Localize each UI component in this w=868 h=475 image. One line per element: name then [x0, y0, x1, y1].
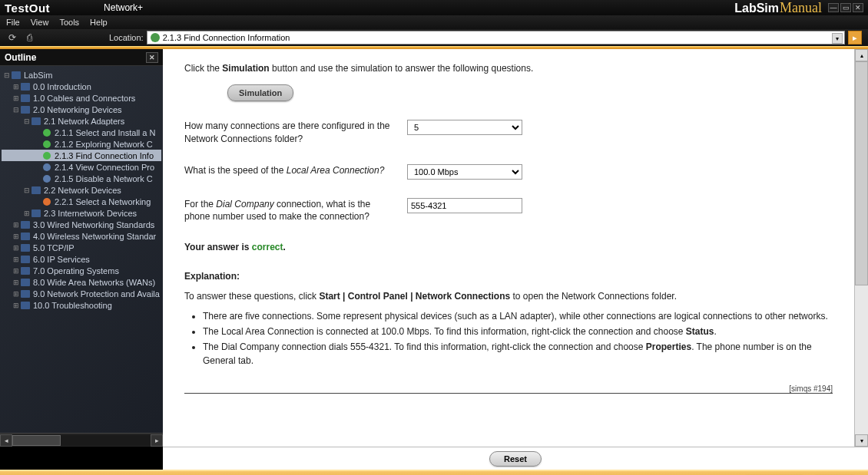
tree-item[interactable]: ⊞0.0 Introduction [2, 81, 161, 92]
content-vscrollbar[interactable]: ▴ ▾ [854, 49, 868, 447]
menu-file[interactable]: File [6, 18, 20, 27]
maximize-button[interactable]: ▭ [840, 3, 851, 12]
expander-icon[interactable]: ⊞ [12, 267, 20, 275]
toolbar: ⟳ ⎙ Location: 2.1.3 Find Connection Info… [0, 29, 868, 46]
explanation-bullet: The Local Area Connection is connected a… [203, 325, 833, 338]
question-1-select[interactable]: 5 [407, 120, 522, 135]
tree-item-label: 2.0 Networking Devices [33, 105, 122, 114]
book-icon [20, 255, 31, 264]
topic-icon [41, 128, 52, 137]
expander-icon[interactable]: ⊟ [12, 106, 20, 114]
expander-icon[interactable]: ⊞ [12, 279, 20, 286]
book-icon [20, 266, 31, 275]
sidebar-close-icon[interactable]: ✕ [146, 52, 158, 63]
book-icon [20, 94, 31, 103]
tree-item[interactable]: ⊟2.2 Network Devices [2, 184, 161, 196]
tree-item-label: 2.1.1 Select and Install a N [55, 128, 155, 137]
expander-icon[interactable]: ⊞ [12, 256, 20, 263]
menu-help[interactable]: Help [90, 18, 108, 27]
menu-view[interactable]: View [31, 18, 49, 27]
tree-item[interactable]: ⊟2.1 Network Adapters [2, 115, 161, 127]
explanation-bullets: There are five connections. Some represe… [203, 309, 833, 368]
question-2: What is the speed of the Local Area Conn… [184, 164, 833, 180]
tree-item-label: 2.1 Network Adapters [44, 117, 124, 126]
topic-icon [41, 163, 52, 172]
tree-item[interactable]: ⊞2.3 Internetwork Devices [2, 207, 161, 219]
question-2-select[interactable]: 100.0 Mbps [407, 164, 522, 180]
question-3-input[interactable] [407, 198, 522, 213]
expander-icon[interactable]: ⊞ [12, 290, 20, 298]
vscroll-track[interactable] [855, 61, 868, 434]
go-button[interactable]: ▸ [848, 31, 862, 45]
tree-item[interactable]: ⊞1.0 Cables and Connectors [2, 92, 161, 104]
tree-item[interactable]: ⊞8.0 Wide Area Networks (WANs) [2, 276, 161, 288]
expander-icon[interactable]: ⊟ [3, 71, 11, 79]
menu-tools[interactable]: Tools [59, 18, 79, 27]
tree-item[interactable]: 2.2.1 Select a Networking [2, 196, 161, 207]
outline-tree: ⊟LabSim⊞0.0 Introduction⊞1.0 Cables and … [0, 66, 163, 433]
sidebar-header: Outline ✕ [0, 49, 163, 66]
scroll-down-icon[interactable]: ▾ [855, 434, 868, 447]
footer: < Previous Next > [0, 470, 868, 475]
question-id: [simqs #194] [789, 384, 833, 393]
location-value: 2.1.3 Find Connection Information [163, 33, 290, 42]
tree-item[interactable]: 2.1.2 Exploring Network C [2, 138, 161, 150]
menubar: File View Tools Help [0, 15, 868, 29]
book-icon [20, 278, 31, 287]
tree-item[interactable]: 2.1.4 View Connection Pro [2, 161, 161, 173]
tree-item[interactable]: ⊞5.0 TCP/IP [2, 242, 161, 253]
explanation: Explanation: To answer these questions, … [184, 271, 833, 368]
scroll-track[interactable] [12, 435, 151, 446]
scroll-left-icon[interactable]: ◂ [0, 434, 12, 447]
main-area: Outline ✕ ⊟LabSim⊞0.0 Introduction⊞1.0 C… [0, 49, 868, 447]
reset-button[interactable]: Reset [489, 451, 542, 467]
tree-item[interactable]: ⊞10.0 Troubleshooting [2, 299, 161, 311]
book-icon [20, 105, 31, 114]
tree-item[interactable]: 2.1.1 Select and Install a N [2, 127, 161, 138]
simulation-button[interactable]: Simulation [227, 84, 293, 101]
tree-item-label: 2.1.2 Exploring Network C [55, 140, 153, 149]
expander-icon[interactable]: ⊞ [12, 302, 20, 309]
book-icon [31, 209, 41, 218]
tree-item[interactable]: 2.1.3 Find Connection Info [2, 150, 161, 161]
minimize-button[interactable]: — [828, 3, 839, 12]
tree-item[interactable]: ⊟2.0 Networking Devices [2, 104, 161, 115]
tree-item[interactable]: 2.1.5 Disable a Network C [2, 173, 161, 184]
expander-icon[interactable]: ⊞ [12, 83, 20, 91]
sidebar: Outline ✕ ⊟LabSim⊞0.0 Introduction⊞1.0 C… [0, 49, 163, 447]
scroll-thumb[interactable] [12, 435, 61, 446]
tree-item-label: 2.1.3 Find Connection Info [55, 151, 154, 160]
tree-item[interactable]: ⊞4.0 Wireless Networking Standar [2, 230, 161, 242]
expander-icon[interactable]: ⊞ [12, 233, 20, 240]
question-2-text: What is the speed of the Local Area Conn… [184, 164, 407, 177]
book-icon [20, 301, 31, 310]
expander-icon[interactable]: ⊟ [23, 186, 31, 194]
expander-icon[interactable]: ⊞ [23, 209, 31, 217]
content: Click the Simulation button and use the … [163, 49, 854, 447]
tree-item-label: 7.0 Operating Systems [33, 266, 119, 275]
close-button[interactable]: ✕ [853, 3, 863, 12]
expander-icon[interactable]: ⊞ [12, 94, 20, 102]
sidebar-title: Outline [5, 52, 36, 63]
expander-icon[interactable]: ⊟ [23, 117, 31, 125]
sidebar-hscrollbar[interactable]: ◂ ▸ [0, 433, 163, 447]
tree-item[interactable]: ⊞9.0 Network Protection and Availa [2, 288, 161, 299]
tree-item-label: 5.0 TCP/IP [33, 243, 75, 252]
book-icon [11, 71, 22, 80]
tree-item[interactable]: ⊞7.0 Operating Systems [2, 265, 161, 276]
location-input[interactable]: 2.1.3 Find Connection Information ▾ [147, 31, 845, 45]
tree-item[interactable]: ⊞6.0 IP Services [2, 253, 161, 265]
refresh-icon[interactable]: ⟳ [6, 31, 18, 44]
expander-icon[interactable]: ⊞ [12, 221, 20, 229]
explanation-bullet: The Dial Company connection dials 555-43… [203, 340, 833, 368]
vscroll-thumb[interactable] [855, 61, 868, 285]
tree-item[interactable]: ⊟LabSim [2, 69, 161, 81]
scroll-up-icon[interactable]: ▴ [855, 49, 868, 61]
print-icon[interactable]: ⎙ [23, 31, 35, 44]
tree-item-label: 2.3 Internetwork Devices [44, 209, 137, 218]
location-dropdown-icon[interactable]: ▾ [832, 33, 843, 44]
tree-item[interactable]: ⊞3.0 Wired Networking Standards [2, 219, 161, 230]
expander-icon[interactable]: ⊞ [12, 244, 20, 252]
tree-item-label: LabSim [24, 71, 52, 80]
scroll-right-icon[interactable]: ▸ [151, 434, 163, 447]
